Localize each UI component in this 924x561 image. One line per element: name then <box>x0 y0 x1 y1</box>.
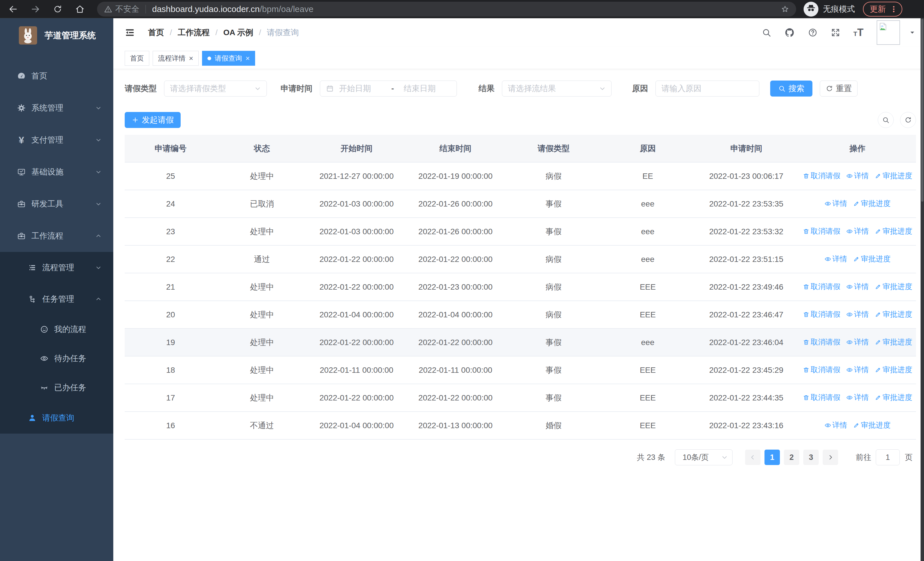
tab-close-icon[interactable]: × <box>189 54 193 62</box>
sidebar-item-process-mgmt[interactable]: 流程管理 <box>0 252 113 283</box>
action-cancel-leave[interactable]: 取消请假 <box>803 337 840 347</box>
action-cancel-leave[interactable]: 取消请假 <box>803 393 840 403</box>
column-header: 结束时间 <box>405 135 505 162</box>
sidebar-item-payment-mgmt[interactable]: ¥支付管理 <box>0 124 113 156</box>
action-cancel-leave[interactable]: 取消请假 <box>803 226 840 236</box>
action-detail[interactable]: 详情 <box>846 337 869 347</box>
action-cancel-leave[interactable]: 取消请假 <box>803 282 840 292</box>
browser-forward-icon[interactable] <box>28 4 42 14</box>
page-size-select[interactable]: 10条/页 <box>675 449 732 465</box>
edit-icon <box>853 256 860 263</box>
sidebar-item-home[interactable]: 首页 <box>0 60 113 92</box>
column-header: 申请编号 <box>125 135 217 162</box>
browser-back-icon[interactable] <box>6 4 20 14</box>
sidebar-item-infrastructure[interactable]: 基础设施 <box>0 156 113 188</box>
action-detail[interactable]: 详情 <box>846 393 869 403</box>
action-approval-progress[interactable]: 审批进度 <box>874 309 912 319</box>
search-button[interactable]: 搜索 <box>770 81 812 96</box>
address-bar[interactable]: 不安全 dashboard.yudao.iocoder.cn/bpm/oa/le… <box>97 2 796 17</box>
leave-type-select[interactable]: 请选择请假类型 <box>164 81 267 96</box>
tab-leave-query[interactable]: 请假查询× <box>202 51 255 66</box>
sidebar-item-system-mgmt[interactable]: 系统管理 <box>0 92 113 124</box>
apply-time-range-picker[interactable]: 开始日期 - 结束日期 <box>320 81 457 96</box>
column-header: 状态 <box>217 135 308 162</box>
incognito-icon <box>804 2 818 17</box>
sidebar-item-workflow[interactable]: 工作流程 <box>0 220 113 252</box>
action-detail[interactable]: 详情 <box>846 226 869 236</box>
action-detail[interactable]: 详情 <box>846 282 869 292</box>
tab-label: 首页 <box>130 54 144 63</box>
action-approval-progress[interactable]: 审批进度 <box>874 282 912 292</box>
breadcrumb-item[interactable]: OA 示例 <box>224 27 254 38</box>
tab-process-detail[interactable]: 流程详情× <box>153 51 199 66</box>
action-approval-progress[interactable]: 审批进度 <box>874 393 912 403</box>
fullscreen-icon[interactable] <box>831 28 840 38</box>
sidebar-collapse-icon[interactable] <box>125 27 135 38</box>
action-cancel-leave[interactable]: 取消请假 <box>803 365 840 375</box>
browser-update-button[interactable]: 更新 <box>863 2 902 17</box>
table-refresh-button[interactable] <box>900 112 916 128</box>
table-row: 23 处理中 2022-01-03 00:00:00 2022-01-26 00… <box>125 218 916 245</box>
cell-actions: 取消请假详情审批进度 <box>799 162 916 190</box>
action-cancel-leave[interactable]: 取消请假 <box>803 309 840 319</box>
cell-leave-type: 病假 <box>506 162 602 190</box>
browser-reload-icon[interactable] <box>51 5 64 14</box>
browser-home-icon[interactable] <box>73 4 87 14</box>
action-approval-progress[interactable]: 审批进度 <box>874 171 912 181</box>
sidebar-item-done-tasks[interactable]: 已办任务 <box>0 373 113 402</box>
sidebar-item-leave-query[interactable]: 请假查询 <box>0 402 113 434</box>
result-select[interactable]: 请选择流结果 <box>502 81 612 96</box>
table-search-toggle-button[interactable] <box>878 112 894 128</box>
goto-page-input[interactable] <box>876 449 900 465</box>
sidebar-item-dev-tools[interactable]: 研发工具 <box>0 188 113 220</box>
pagination-prev-button[interactable] <box>745 450 760 465</box>
column-header: 操作 <box>799 135 916 162</box>
avatar[interactable] <box>877 20 900 45</box>
font-size-icon[interactable]: TT <box>854 27 864 39</box>
action-approval-progress[interactable]: 审批进度 <box>874 226 912 236</box>
breadcrumb-item[interactable]: 工作流程 <box>178 27 210 38</box>
chevron-down-icon <box>254 85 261 92</box>
action-detail[interactable]: 详情 <box>824 254 847 264</box>
action-approval-progress[interactable]: 审批进度 <box>874 365 912 375</box>
table-body: 25 处理中 2021-12-27 00:00:00 2022-01-19 00… <box>125 162 916 439</box>
github-icon[interactable] <box>784 27 795 38</box>
pagination-page-2[interactable]: 2 <box>784 450 799 465</box>
action-detail[interactable]: 详情 <box>846 365 869 375</box>
tab-close-icon[interactable]: × <box>245 54 250 62</box>
action-approval-progress[interactable]: 审批进度 <box>874 337 912 347</box>
browser-menu-icon[interactable] <box>890 5 898 13</box>
tab-home[interactable]: 首页 <box>125 51 149 66</box>
search-icon[interactable] <box>762 28 771 38</box>
briefcase-icon <box>15 232 28 240</box>
breadcrumb-item[interactable]: 首页 <box>148 27 164 38</box>
scrollbar-thumb[interactable] <box>921 19 923 202</box>
bookmark-star-icon[interactable] <box>781 5 789 14</box>
chevron-down-icon <box>95 105 102 111</box>
page-url: dashboard.yudao.iocoder.cn/bpm/oa/leave <box>152 4 314 14</box>
reason-input[interactable] <box>656 81 759 96</box>
chevron-up-icon <box>95 233 102 239</box>
cell-apply-time: 2022-01-22 23:51:15 <box>694 245 799 273</box>
pagination-page-3[interactable]: 3 <box>803 450 819 465</box>
action-detail[interactable]: 详情 <box>846 171 869 181</box>
pagination-page-1[interactable]: 1 <box>765 450 780 465</box>
scrollbar[interactable] <box>921 18 924 561</box>
reset-button[interactable]: 重置 <box>820 81 858 96</box>
sidebar-item-task-mgmt[interactable]: 任务管理 <box>0 283 113 315</box>
action-cancel-leave[interactable]: 取消请假 <box>803 171 840 181</box>
sidebar-item-my-process[interactable]: 我的流程 <box>0 315 113 344</box>
sidebar-item-todo-tasks[interactable]: 待办任务 <box>0 344 113 373</box>
avatar-caret-down-icon[interactable] <box>909 29 915 36</box>
action-detail[interactable]: 详情 <box>824 420 847 430</box>
action-approval-progress[interactable]: 审批进度 <box>853 420 891 430</box>
create-leave-button[interactable]: 发起请假 <box>125 112 181 128</box>
action-approval-progress[interactable]: 审批进度 <box>853 254 891 264</box>
help-icon[interactable] <box>808 28 818 38</box>
pagination-next-button[interactable] <box>823 450 838 465</box>
action-detail[interactable]: 详情 <box>846 309 869 319</box>
cell-apply-id: 24 <box>125 190 217 218</box>
action-detail[interactable]: 详情 <box>824 199 847 209</box>
tabs-bar: 首页流程详情×请假查询× <box>113 47 924 69</box>
action-approval-progress[interactable]: 审批进度 <box>853 199 891 209</box>
